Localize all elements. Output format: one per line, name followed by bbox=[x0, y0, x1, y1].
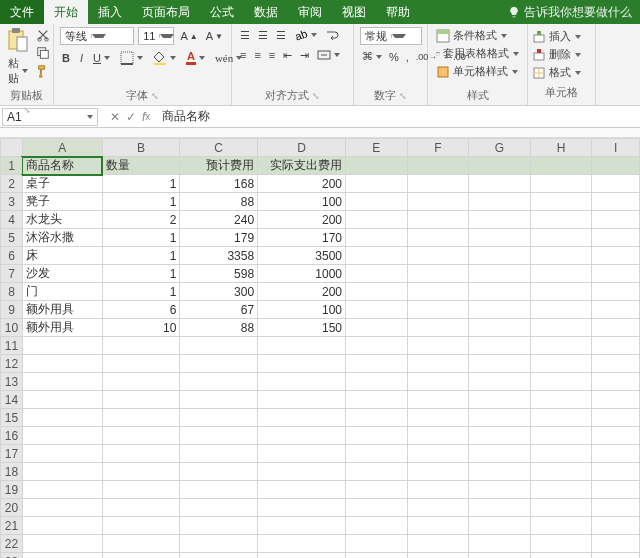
cell[interactable] bbox=[530, 499, 592, 517]
cell[interactable] bbox=[346, 409, 408, 427]
cell[interactable]: 179 bbox=[180, 229, 258, 247]
cell[interactable]: 200 bbox=[258, 211, 346, 229]
font-color-button[interactable]: A bbox=[184, 49, 207, 66]
cell[interactable] bbox=[407, 391, 469, 409]
row-header[interactable]: 18 bbox=[1, 463, 23, 481]
cell[interactable] bbox=[407, 337, 469, 355]
cell[interactable] bbox=[407, 247, 469, 265]
border-button[interactable] bbox=[118, 50, 145, 66]
cell[interactable]: 1 bbox=[102, 265, 180, 283]
tab-home[interactable]: 开始 bbox=[44, 0, 88, 24]
cell[interactable] bbox=[407, 553, 469, 559]
cell[interactable]: 6 bbox=[102, 301, 180, 319]
cell[interactable] bbox=[22, 355, 102, 373]
cell[interactable] bbox=[592, 499, 640, 517]
cell[interactable] bbox=[22, 391, 102, 409]
cell[interactable] bbox=[592, 481, 640, 499]
cell[interactable] bbox=[258, 373, 346, 391]
cell-styles-button[interactable]: 单元格样式 bbox=[434, 63, 521, 80]
cell[interactable] bbox=[346, 391, 408, 409]
col-header[interactable]: E bbox=[346, 139, 408, 157]
cell[interactable] bbox=[180, 499, 258, 517]
cell[interactable]: 1000 bbox=[258, 265, 346, 283]
cell[interactable] bbox=[592, 535, 640, 553]
format-cells-button[interactable]: 格式 bbox=[530, 64, 593, 81]
cell[interactable] bbox=[530, 391, 592, 409]
cell[interactable] bbox=[407, 535, 469, 553]
cell[interactable] bbox=[530, 373, 592, 391]
cell[interactable]: 额外用具 bbox=[22, 301, 102, 319]
tell-me[interactable]: 告诉我你想要做什么 bbox=[500, 0, 640, 24]
align-left-button[interactable]: ≡ bbox=[238, 48, 248, 62]
indent-inc-button[interactable]: ⇥ bbox=[298, 48, 311, 63]
cell[interactable] bbox=[258, 553, 346, 559]
cell[interactable] bbox=[530, 427, 592, 445]
cell[interactable] bbox=[102, 427, 180, 445]
cell[interactable]: 凳子 bbox=[22, 193, 102, 211]
cell[interactable] bbox=[469, 463, 531, 481]
row-header[interactable]: 2 bbox=[1, 175, 23, 193]
cell[interactable] bbox=[258, 337, 346, 355]
cell[interactable] bbox=[592, 427, 640, 445]
cell[interactable] bbox=[258, 355, 346, 373]
cell[interactable] bbox=[258, 481, 346, 499]
cell[interactable] bbox=[180, 391, 258, 409]
insert-cells-button[interactable]: 插入 bbox=[530, 28, 593, 45]
cell[interactable]: 1 bbox=[102, 175, 180, 193]
cell[interactable] bbox=[346, 427, 408, 445]
row-header[interactable]: 11 bbox=[1, 337, 23, 355]
cell[interactable] bbox=[22, 463, 102, 481]
cell[interactable] bbox=[180, 463, 258, 481]
row-header[interactable]: 8 bbox=[1, 283, 23, 301]
cell[interactable] bbox=[469, 319, 531, 337]
cell[interactable] bbox=[346, 157, 408, 175]
grow-font-button[interactable]: A▲ bbox=[178, 29, 199, 43]
cell[interactable]: 168 bbox=[180, 175, 258, 193]
indent-dec-button[interactable]: ⇤ bbox=[281, 48, 294, 63]
cell[interactable] bbox=[258, 409, 346, 427]
cell[interactable] bbox=[469, 355, 531, 373]
cell[interactable] bbox=[180, 553, 258, 559]
italic-button[interactable]: I bbox=[78, 51, 85, 65]
cell[interactable]: 桌子 bbox=[22, 175, 102, 193]
cell[interactable] bbox=[102, 373, 180, 391]
cell[interactable] bbox=[469, 517, 531, 535]
cell[interactable] bbox=[592, 337, 640, 355]
cell[interactable] bbox=[180, 481, 258, 499]
cell[interactable]: 商品名称 bbox=[22, 157, 102, 175]
cell[interactable] bbox=[530, 247, 592, 265]
cell[interactable] bbox=[592, 373, 640, 391]
cell[interactable] bbox=[407, 499, 469, 517]
orientation-button[interactable]: ab bbox=[292, 27, 319, 43]
cell[interactable] bbox=[22, 535, 102, 553]
align-bottom-button[interactable]: ☰ bbox=[274, 28, 288, 43]
row-header[interactable]: 5 bbox=[1, 229, 23, 247]
col-header[interactable]: D bbox=[258, 139, 346, 157]
cell[interactable] bbox=[592, 355, 640, 373]
cell[interactable] bbox=[469, 283, 531, 301]
cell[interactable] bbox=[407, 175, 469, 193]
cell[interactable]: 100 bbox=[258, 193, 346, 211]
cell[interactable]: 3358 bbox=[180, 247, 258, 265]
cell[interactable]: 实际支出费用 bbox=[258, 157, 346, 175]
currency-button[interactable]: ⌘ bbox=[360, 49, 384, 64]
cell[interactable]: 88 bbox=[180, 193, 258, 211]
cell[interactable] bbox=[530, 517, 592, 535]
cell[interactable] bbox=[592, 517, 640, 535]
row-header[interactable]: 15 bbox=[1, 409, 23, 427]
cell[interactable]: 240 bbox=[180, 211, 258, 229]
shrink-font-button[interactable]: A▼ bbox=[204, 29, 225, 43]
col-header[interactable]: G bbox=[469, 139, 531, 157]
formula-input[interactable]: 商品名称 bbox=[156, 107, 640, 126]
row-header[interactable]: 17 bbox=[1, 445, 23, 463]
underline-button[interactable]: U bbox=[91, 51, 112, 65]
cell[interactable] bbox=[469, 409, 531, 427]
row-header[interactable]: 12 bbox=[1, 355, 23, 373]
tab-layout[interactable]: 页面布局 bbox=[132, 0, 200, 24]
cell[interactable]: 88 bbox=[180, 319, 258, 337]
cell[interactable] bbox=[258, 535, 346, 553]
cell[interactable] bbox=[346, 301, 408, 319]
align-top-button[interactable]: ☰ bbox=[238, 28, 252, 43]
cell[interactable] bbox=[469, 337, 531, 355]
cell[interactable] bbox=[180, 427, 258, 445]
